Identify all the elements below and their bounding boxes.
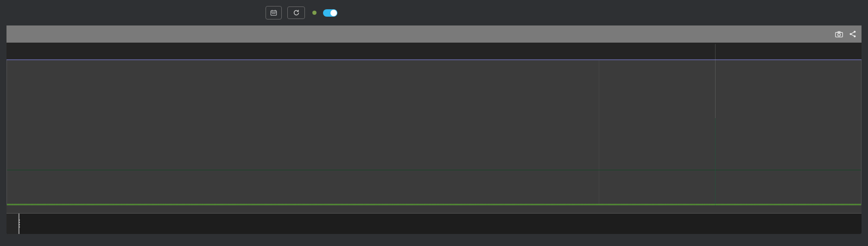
chart-plot-area[interactable] [6,60,862,205]
time-range-group [266,6,282,19]
zoom-strip [6,214,19,234]
time-toolbar [266,6,337,19]
midnight-gridline-lower [715,118,716,205]
auto-reload-status-dot [312,11,317,15]
share-icon [849,31,856,38]
vertical-gridline [599,60,599,205]
series-line-green [7,170,861,170]
share-button[interactable] [849,31,856,38]
screenshot-button[interactable] [835,31,843,38]
auto-reload-toggle[interactable] [323,9,337,17]
top-axis-band [6,43,862,60]
x-axis-row [6,205,862,214]
toggle-knob [330,10,337,16]
refresh-button[interactable] [287,6,305,19]
timeline-panel [6,214,862,234]
auto-reload-control [312,9,337,17]
memory-area-chart [7,60,861,205]
timeline[interactable] [19,214,862,234]
camera-icon [835,31,843,38]
brush-handle-right[interactable] [19,220,20,227]
chart-titlebar [6,25,862,43]
calendar-button[interactable] [266,6,281,19]
refresh-icon [293,9,300,16]
memory-chart-widget [6,25,862,234]
calendar-icon [270,9,277,16]
midnight-gridline-upper [715,44,716,118]
mini-area-chart [19,214,190,233]
baseline-dotted-gridline [7,204,861,205]
